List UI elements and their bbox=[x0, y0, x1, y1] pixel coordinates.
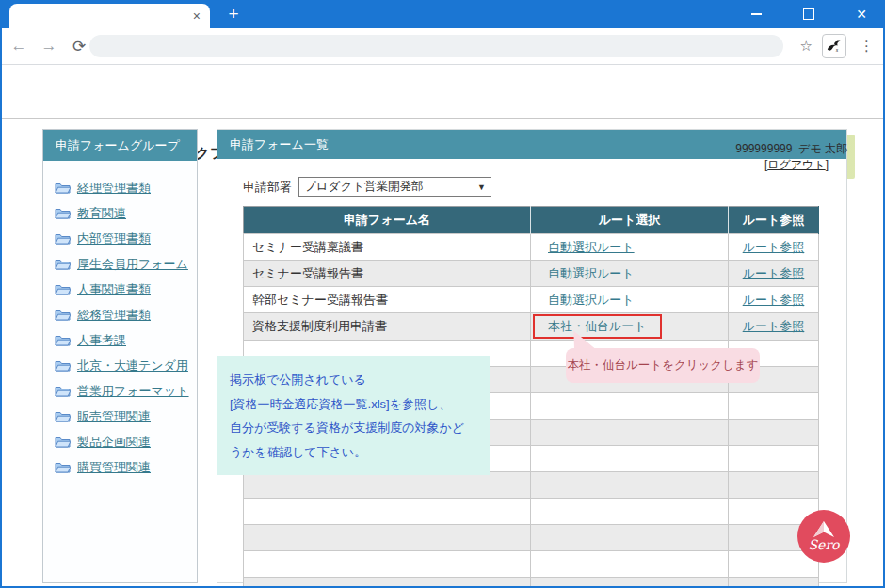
minimize-icon[interactable] bbox=[742, 0, 770, 28]
route-ref-link[interactable]: ルート参照 bbox=[743, 266, 805, 280]
folder-icon bbox=[55, 436, 71, 448]
table-row: 資格支援制度利用申請書 本社・仙台ルート ルート参照 bbox=[244, 313, 819, 341]
browser-window: × + ✕ ← → ⟳ ☆ s ⋮ bbox=[0, 0, 885, 588]
folder-icon bbox=[55, 359, 71, 372]
avatar-bird-icon: s bbox=[826, 40, 843, 53]
sidebar-list: 経理管理書類 教育関連 内部管理書類 厚生会員用フォーム 人事関連書類 総務管理… bbox=[43, 161, 197, 480]
department-label: 申請部署 bbox=[243, 179, 292, 196]
browser-titlebar: × + ✕ bbox=[0, 0, 885, 28]
refresh-icon[interactable]: ⟳ bbox=[70, 37, 88, 56]
click-instruction-callout: 本社・仙台ルートをクリックします bbox=[566, 348, 760, 383]
table-row-empty bbox=[244, 578, 819, 588]
profile-avatar[interactable]: s bbox=[822, 34, 846, 58]
sidebar-item-pekin[interactable]: 北京・大連テンダ用 bbox=[55, 353, 197, 378]
department-selected-value: プロダクト営業開発部 bbox=[304, 179, 423, 195]
sero-label: Sero bbox=[809, 537, 840, 552]
maximize-icon[interactable] bbox=[795, 0, 823, 28]
table-row-empty bbox=[244, 472, 819, 499]
sidebar-item-keiri[interactable]: 経理管理書類 bbox=[55, 175, 197, 200]
form-group-sidebar: 申請フォームグループ 経理管理書類 教育関連 内部管理書類 厚生会員用フォーム … bbox=[42, 129, 198, 583]
folder-icon bbox=[55, 232, 71, 245]
col-header-route-ref: ルート参照 bbox=[729, 207, 819, 234]
sidebar-item-kosei[interactable]: 厚生会員用フォーム bbox=[55, 251, 197, 277]
department-select[interactable]: プロダクト営業開発部 ▼ bbox=[298, 177, 491, 197]
bookmark-star-icon[interactable]: ☆ bbox=[800, 38, 813, 55]
folder-icon bbox=[55, 283, 71, 295]
table-row: セミナー受講報告書 自動選択ルート ルート参照 bbox=[244, 261, 819, 287]
sidebar-item-eigyo[interactable]: 営業用フォーマット bbox=[55, 378, 197, 404]
table-row-empty bbox=[244, 551, 819, 578]
route-ref-link[interactable]: ルート参照 bbox=[743, 319, 805, 333]
new-tab-icon[interactable]: + bbox=[222, 3, 245, 25]
sidebar-item-seihin[interactable]: 製品企画関連 bbox=[55, 429, 197, 454]
form-name: セミナー受講報告書 bbox=[244, 261, 531, 287]
sidebar-item-hanbai[interactable]: 販売管理関連 bbox=[55, 404, 197, 429]
folder-icon bbox=[55, 182, 71, 194]
browser-tab[interactable]: × bbox=[9, 4, 210, 28]
route-ref-link[interactable]: ルート参照 bbox=[743, 293, 805, 307]
sidebar-item-jinji-koka[interactable]: 人事考課 bbox=[55, 327, 197, 353]
table-row-empty bbox=[244, 499, 819, 525]
browser-toolbar: ← → ⟳ ☆ s ⋮ bbox=[0, 28, 885, 65]
sidebar-item-jinji-kanren[interactable]: 人事関連書類 bbox=[55, 277, 197, 302]
tab-close-icon[interactable]: × bbox=[193, 8, 201, 24]
svg-text:s: s bbox=[836, 46, 839, 53]
chevron-down-icon: ▼ bbox=[477, 183, 491, 192]
sidebar-item-kobai[interactable]: 購買管理関連 bbox=[55, 454, 197, 480]
table-row: セミナー受講稟議書 自動選択ルート ルート参照 bbox=[244, 234, 819, 261]
sidebar-item-kyoiku[interactable]: 教育関連 bbox=[55, 200, 197, 226]
sero-scroll-top-button[interactable]: Sero bbox=[797, 510, 850, 563]
folder-icon bbox=[55, 385, 71, 397]
close-window-icon[interactable]: ✕ bbox=[847, 0, 876, 28]
table-row: 幹部セミナー受講報告書 自動選択ルート ルート参照 bbox=[244, 287, 819, 313]
url-input[interactable] bbox=[89, 35, 783, 57]
table-row-empty bbox=[244, 525, 819, 551]
folder-icon bbox=[55, 207, 71, 219]
sidebar-item-somu[interactable]: 総務管理書類 bbox=[55, 302, 197, 327]
logout-link[interactable]: [ログアウト] bbox=[735, 157, 847, 173]
route-ref-link[interactable]: ルート参照 bbox=[743, 240, 805, 254]
back-icon[interactable]: ← bbox=[9, 37, 28, 56]
route-select-link[interactable]: 自動選択ルート bbox=[548, 240, 635, 254]
user-id-name: 999999999 デモ 太郎 bbox=[735, 141, 847, 157]
info-callout: 掲示板で公開されている [資格一時金適応資格一覧.xls]を参照し、 自分が受験… bbox=[217, 356, 490, 475]
user-info: 999999999 デモ 太郎 [ログアウト] bbox=[735, 141, 847, 173]
route-select-link[interactable]: 自動選択ルート bbox=[548, 293, 635, 307]
route-select-link[interactable]: 自動選択ルート bbox=[548, 266, 635, 280]
window-controls: ✕ bbox=[742, 0, 876, 28]
app-header: Time Krei ワークフロー TOP フォーム一覧 申請書一覧 申請書検索 … bbox=[0, 64, 885, 119]
folder-icon bbox=[55, 410, 71, 422]
sidebar-item-naibu[interactable]: 内部管理書類 bbox=[55, 226, 197, 251]
menu-dots-icon[interactable]: ⋮ bbox=[856, 38, 877, 55]
form-name: セミナー受講稟議書 bbox=[244, 234, 531, 261]
form-name: 資格支援制度利用申請書 bbox=[244, 313, 531, 341]
folder-icon bbox=[55, 309, 71, 321]
col-header-form-name: 申請フォーム名 bbox=[244, 207, 531, 234]
form-name: 幹部セミナー受講報告書 bbox=[244, 287, 531, 313]
folder-icon bbox=[55, 461, 71, 473]
table-header-row: 申請フォーム名 ルート選択 ルート参照 bbox=[244, 207, 819, 234]
route-select-link-honsha-sendai[interactable]: 本社・仙台ルート bbox=[548, 319, 647, 333]
folder-icon bbox=[55, 334, 71, 346]
highlight-red-box: 本社・仙台ルート bbox=[533, 314, 662, 339]
forward-icon[interactable]: → bbox=[40, 37, 58, 56]
sidebar-title: 申請フォームグループ bbox=[43, 130, 197, 161]
folder-icon bbox=[55, 258, 71, 270]
col-header-route-select: ルート選択 bbox=[531, 207, 729, 234]
